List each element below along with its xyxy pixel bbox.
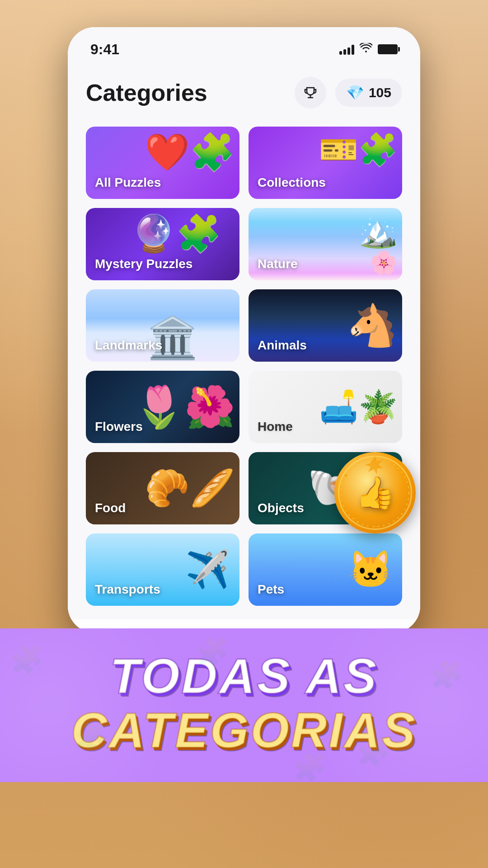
category-card-mystery[interactable]: 🔮🧩 Mystery Puzzles [86, 208, 239, 280]
home-illustration: 🛋️🪴 [319, 388, 398, 425]
trophy-icon [303, 85, 318, 100]
all-puzzles-label: All Puzzles [95, 175, 161, 190]
achievement-badge: ★ ★ ★ ★ ★ ★ 👍 [334, 452, 416, 533]
svg-text:★: ★ [373, 457, 377, 462]
main-content: Categories 💎 105 ❤️🧩 [68, 63, 420, 619]
flowers-illustration: 🌷🌺 [134, 383, 235, 431]
status-time: 9:41 [90, 41, 119, 58]
bottom-banner: 🧩 🧩 🧩 🧩 🧩 🧩 TODAS AS CATEGORIAS [0, 628, 488, 782]
svg-text:★: ★ [344, 507, 348, 512]
gem-icon: 💎 [346, 84, 364, 101]
gems-count: 105 [369, 85, 391, 100]
category-card-animals[interactable]: 🐴 Animals [249, 289, 402, 362]
animals-label: Animals [258, 338, 307, 353]
status-bar: 9:41 [68, 27, 420, 63]
signal-icon [339, 44, 354, 55]
flowers-label: Flowers [95, 420, 143, 434]
category-card-nature[interactable]: 🏔️ 🌸 Nature [249, 208, 402, 280]
animals-illustration: 🐴 [347, 302, 398, 349]
category-card-food[interactable]: 🥐🥖 Food [86, 452, 239, 524]
page-header: Categories 💎 105 [86, 77, 402, 108]
svg-text:★: ★ [403, 507, 407, 512]
landmarks-label: Landmarks [95, 338, 162, 353]
category-card-collections[interactable]: 🎫🧩 Collections [249, 127, 402, 199]
thumbs-up-icon: 👍 [356, 474, 395, 511]
gems-badge[interactable]: 💎 105 [335, 79, 402, 107]
collections-label: Collections [258, 175, 326, 190]
transports-label: Transports [95, 582, 160, 597]
battery-icon [378, 44, 398, 54]
pets-label: Pets [258, 582, 284, 597]
svg-text:★: ★ [344, 473, 348, 478]
svg-text:★: ★ [403, 473, 407, 478]
category-card-transports[interactable]: ✈️ Transports [86, 533, 239, 606]
mystery-icon: 🔮🧩 [131, 212, 221, 255]
category-card-pets[interactable]: 🐱 Pets [249, 533, 402, 606]
categories-grid: ❤️🧩 All Puzzles 🎫🧩 Collections 🔮🧩 Myster… [86, 127, 402, 606]
phone-frame: 9:41 Categories [68, 27, 420, 633]
food-label: Food [95, 501, 126, 515]
trophy-button[interactable] [295, 77, 326, 108]
food-illustration: 🥐🥖 [145, 467, 235, 509]
mystery-label: Mystery Puzzles [95, 257, 192, 271]
pets-illustration: 🐱 [348, 548, 393, 591]
category-card-all-puzzles[interactable]: ❤️🧩 All Puzzles [86, 127, 239, 199]
header-actions: 💎 105 [295, 77, 402, 108]
wifi-icon [360, 43, 372, 56]
home-label: Home [258, 420, 293, 434]
nature-cherry: 🌸 [370, 250, 398, 276]
objects-label: Objects [258, 501, 304, 515]
page-title: Categories [86, 79, 207, 106]
status-icons [339, 43, 398, 56]
nature-label: Nature [258, 257, 298, 271]
puzzle-bg-decoration: 🧩 🧩 🧩 🧩 🧩 🧩 [0, 628, 488, 782]
category-card-landmarks[interactable]: 🏛️ Landmarks [86, 289, 239, 362]
nature-illustration: 🏔️ [358, 212, 398, 250]
category-card-home[interactable]: 🛋️🪴 Home [249, 371, 402, 443]
transports-illustration: ✈️ [185, 548, 230, 591]
svg-text:★: ★ [373, 524, 377, 529]
all-puzzles-icon: ❤️🧩 [145, 131, 235, 174]
category-card-flowers[interactable]: 🌷🌺 Flowers [86, 371, 239, 443]
collections-icon: 🎫🧩 [319, 131, 398, 168]
